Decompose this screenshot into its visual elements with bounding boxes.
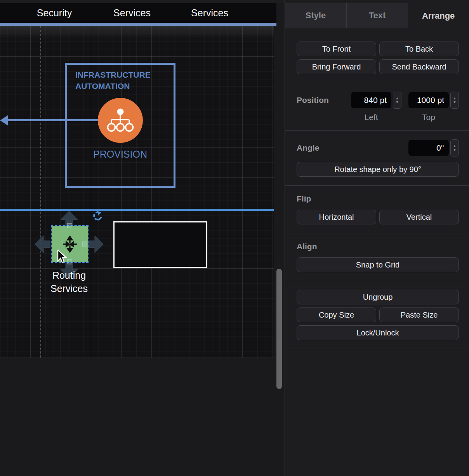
mouse-cursor <box>57 250 67 264</box>
copy-size-button[interactable]: Copy Size <box>297 307 376 322</box>
section-position: Position ▲▼ ▲▼ Left Top <box>285 83 469 131</box>
align-label: Align <box>297 242 459 251</box>
tab-arrange[interactable]: Arrange <box>408 3 469 28</box>
flip-vertical-button[interactable]: Vertical <box>379 210 459 224</box>
format-panel-tabs: Style Text Arrange <box>285 3 469 28</box>
section-order: To Front To Back Bring Forward Send Back… <box>285 28 469 83</box>
rotate-handle-icon[interactable] <box>92 211 102 221</box>
section-angle: Angle ▲▼ Rotate shape only by 90° <box>285 131 469 186</box>
page-tab-services-2[interactable]: Services <box>179 7 241 19</box>
ungroup-button[interactable]: Ungroup <box>297 290 459 304</box>
direction-arrow-right[interactable] <box>88 236 103 253</box>
empty-rectangle-shape[interactable] <box>113 221 207 268</box>
resize-handle-top[interactable] <box>67 223 72 228</box>
flip-label: Flip <box>297 194 459 203</box>
infrastructure-automation-box[interactable]: INFRASTRUCTURE AUTOMATION PROVISION <box>65 63 175 188</box>
to-front-button[interactable]: To Front <box>297 42 376 56</box>
section-group-ops: Ungroup Copy Size Paste Size Lock/Unlock <box>285 281 469 349</box>
tab-accent-bar <box>0 23 276 26</box>
direction-arrow-left[interactable] <box>35 236 50 253</box>
send-backward-button[interactable]: Send Backward <box>379 59 459 74</box>
format-panel: Style Text Arrange To Front To Back Brin… <box>285 0 469 476</box>
position-left-input[interactable] <box>351 92 391 108</box>
to-back-button[interactable]: To Back <box>379 42 459 56</box>
angle-input[interactable] <box>408 140 449 156</box>
tab-style[interactable]: Style <box>285 3 346 28</box>
rotate-90-button[interactable]: Rotate shape only by 90° <box>297 162 459 177</box>
tab-text[interactable]: Text <box>346 3 408 28</box>
snap-to-grid-button[interactable]: Snap to Grid <box>297 257 459 272</box>
top-strip <box>0 0 285 3</box>
position-left-caption: Left <box>351 113 391 122</box>
resize-handle-bottom[interactable] <box>67 259 72 264</box>
page-tab-services-1[interactable]: Services <box>101 7 163 19</box>
edge-arrowhead-icon <box>0 115 8 125</box>
infrastructure-box-title: INFRASTRUCTURE AUTOMATION <box>75 69 165 92</box>
provision-label: PROVISION <box>67 149 174 160</box>
position-top-stepper[interactable]: ▲▼ <box>450 92 459 109</box>
section-align: Align Snap to Grid <box>285 233 469 281</box>
position-label: Position <box>297 96 329 105</box>
app-window: Security Services Services INFRASTRUCTUR… <box>0 0 469 476</box>
position-top-input[interactable] <box>408 92 449 108</box>
diagram-canvas[interactable]: INFRASTRUCTURE AUTOMATION PROVISION <box>0 26 274 358</box>
provision-shape[interactable] <box>98 98 143 143</box>
angle-stepper[interactable]: ▲▼ <box>450 139 459 156</box>
page-tab-bar: Security Services Services <box>0 3 276 23</box>
flip-horizontal-button[interactable]: Horizontal <box>297 210 376 224</box>
section-flip: Flip Horizontal Vertical <box>285 186 469 233</box>
org-chart-icon <box>107 108 134 133</box>
resize-handle-right[interactable] <box>82 241 87 247</box>
bring-forward-button[interactable]: Bring Forward <box>297 59 376 74</box>
dashed-guide-line <box>40 26 41 358</box>
panel-empty-space <box>285 349 469 476</box>
horizontal-line-shape[interactable] <box>0 209 274 211</box>
vertical-scrollbar-thumb[interactable] <box>276 269 282 389</box>
position-left-stepper[interactable]: ▲▼ <box>393 92 401 109</box>
routing-services-label: Routing Services <box>38 269 100 295</box>
canvas-area: Security Services Services INFRASTRUCTUR… <box>0 0 285 476</box>
lock-unlock-button[interactable]: Lock/Unlock <box>297 325 459 340</box>
angle-label: Angle <box>297 143 319 153</box>
paste-size-button[interactable]: Paste Size <box>379 307 459 322</box>
position-top-caption: Top <box>408 113 449 122</box>
page-tab-security[interactable]: Security <box>23 7 85 19</box>
